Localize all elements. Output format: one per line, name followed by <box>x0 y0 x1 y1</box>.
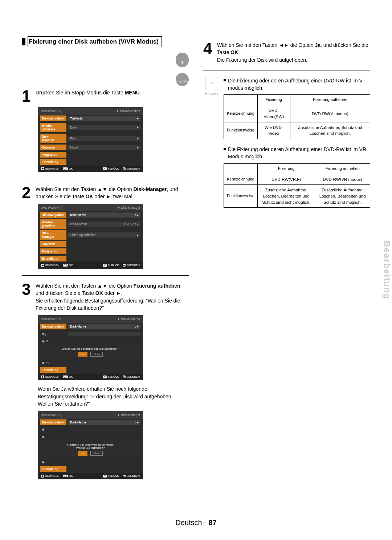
step-number: 4 <box>203 41 213 64</box>
ui-screenshot-2: DVD-RW(VR:F)✦ Disk-Manager Disknavigatio… <box>38 204 143 269</box>
ui-screenshot-4: DVD-RW(VR:F)✦ Disk-Manager Disknavigatio… <box>38 411 143 479</box>
note-block: ✎ Hinweis Die Fixierung oder deren Aufhe… <box>203 77 370 214</box>
section-title: Fixierung einer Disk aufheben (V/VR Modu… <box>28 36 162 47</box>
table-vr-mode: FixierungFixierung aufheben Kennzeichnun… <box>224 163 370 208</box>
divider <box>22 275 189 276</box>
ui-screenshot-3: DVD-RW(VR:F)✦ Disk-Manager Disknavigatio… <box>38 315 143 380</box>
step-number: 2 <box>22 186 32 200</box>
confirm-dialog-2: Fixierung der Disk wird aufgehoben. Woll… <box>41 442 140 457</box>
side-tab: Bearbeitung <box>382 240 392 299</box>
title-marker <box>22 38 25 45</box>
divider <box>22 179 189 179</box>
page-footer: Deutsch - 87 <box>22 519 370 527</box>
yes-button[interactable]: Ja <box>78 451 87 456</box>
table-v-mode: FixierungFixierung aufheben Kennzeichnun… <box>224 94 370 139</box>
section-title-bar: Fixierung einer Disk aufheben (V/VR Modu… <box>22 36 189 47</box>
confirm-dialog-1: Wollen Sie die Fixierung der Disk aufheb… <box>41 346 140 358</box>
step-text: Wählen Sie mit den Tasten ▲▼ die Option … <box>36 282 189 312</box>
note-label: Hinweis <box>203 91 220 97</box>
step-3b-text: Wenn Sie Ja wählen, erhalten Sie noch fo… <box>38 385 189 407</box>
step-text: Drücken Sie im Stopp-Modus die Taste MEN… <box>36 89 189 103</box>
yes-button[interactable]: Ja <box>78 352 87 357</box>
step-number: 3 <box>22 282 32 312</box>
no-button[interactable]: Nein <box>90 451 103 456</box>
step-4: 4 Wählen Sie mit den Tasten ◄► die Optio… <box>203 41 370 64</box>
note-item: Die Fixierung oder deren Aufhebung einer… <box>228 146 370 161</box>
divider <box>203 221 370 221</box>
note-item: Die Fixierung oder deren Aufhebung einer… <box>228 77 370 92</box>
step-1: 1 Drücken Sie im Stopp-Modus die Taste M… <box>22 89 189 103</box>
ui-screenshot-1: DVD-RW(VR:F)✦ Disknavigation Disknavigat… <box>38 107 143 172</box>
step-number: 1 <box>22 89 32 103</box>
step-text: Wählen Sie mit den Tasten ▲▼ die Option … <box>36 186 189 200</box>
step-3: 3 Wählen Sie mit den Tasten ▲▼ die Optio… <box>22 282 189 312</box>
note-icon: ✎ <box>205 77 218 90</box>
step-2: 2 Wählen Sie mit den Tasten ▲▼ die Optio… <box>22 186 189 200</box>
no-button[interactable]: Nein <box>90 352 103 357</box>
step-text: Wählen Sie mit den Tasten ◄► die Option … <box>217 41 370 64</box>
divider <box>22 486 189 486</box>
divider <box>203 70 370 70</box>
disc-type-badge: ⦿DVD-RW <box>22 53 189 84</box>
